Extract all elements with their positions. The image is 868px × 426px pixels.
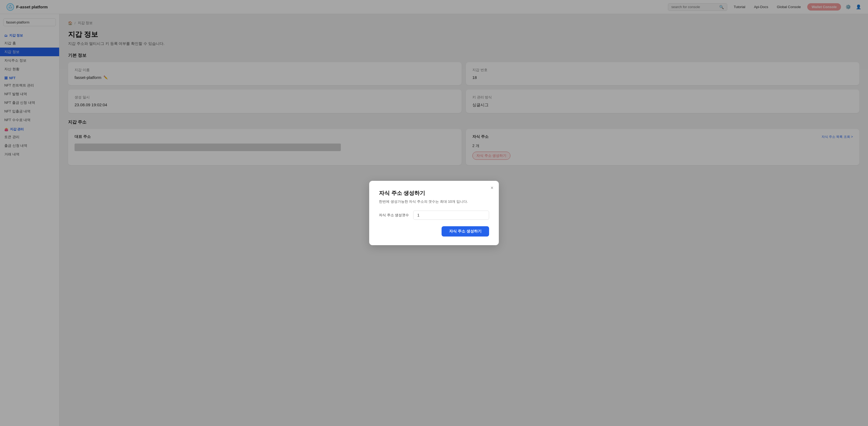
modal-field-label: 자식 주소 생성갯수 xyxy=(379,213,409,218)
modal-submit-button[interactable]: 자식 주소 생성하기 xyxy=(441,226,489,236)
modal-close-button[interactable]: × xyxy=(491,185,493,191)
modal-field-row: 자식 주소 생성갯수 xyxy=(379,210,489,220)
modal-overlay[interactable]: × 자식 주소 생성하기 한번에 생성가능한 자식 주소의 갯수는 최대 10개… xyxy=(0,0,868,426)
modal-title: 자식 주소 생성하기 xyxy=(379,190,489,197)
modal-actions: 자식 주소 생성하기 xyxy=(379,226,489,236)
modal-description: 한번에 생성가능한 자식 주소의 갯수는 최대 10개 입니다. xyxy=(379,199,489,204)
modal-field-input[interactable] xyxy=(413,210,489,220)
modal: × 자식 주소 생성하기 한번에 생성가능한 자식 주소의 갯수는 최대 10개… xyxy=(369,181,499,246)
